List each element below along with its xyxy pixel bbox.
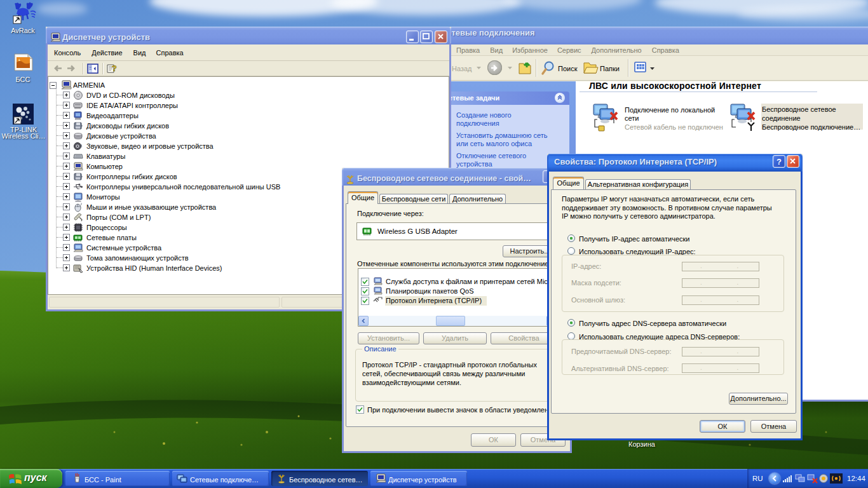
svg-text:?: ? xyxy=(112,64,117,73)
svg-text:?: ? xyxy=(776,157,782,166)
